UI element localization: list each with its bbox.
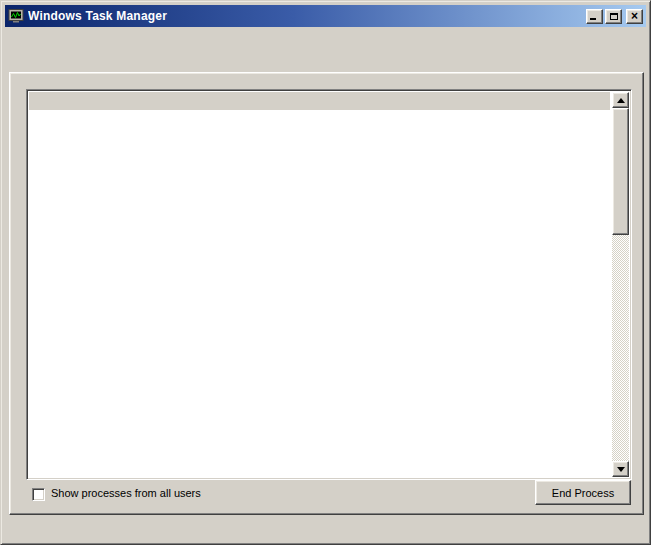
list-body [29, 110, 610, 477]
task-manager-window: Windows Task Manager × Show pr [0, 0, 651, 545]
minimize-button[interactable] [586, 9, 603, 24]
process-list-main [29, 92, 610, 477]
scroll-down-button[interactable] [612, 461, 629, 477]
minimize-icon [590, 18, 596, 20]
list-header [29, 92, 610, 110]
process-list [26, 89, 632, 480]
task-manager-icon [8, 8, 24, 24]
window-title: Windows Task Manager [28, 9, 586, 23]
tab-strip [9, 51, 642, 73]
arrow-down-icon [617, 467, 625, 472]
title-bar[interactable]: Windows Task Manager × [5, 5, 646, 27]
close-button[interactable]: × [626, 9, 643, 24]
show-all-users-checkbox[interactable] [32, 488, 45, 501]
scrollbar-thumb[interactable] [612, 108, 629, 235]
vertical-scrollbar[interactable] [612, 92, 629, 477]
scrollbar-track[interactable] [612, 108, 629, 461]
scroll-up-button[interactable] [612, 92, 629, 108]
processes-tab-page: Show processes from all users End Proces… [9, 72, 644, 515]
show-all-users-label: Show processes from all users [51, 487, 201, 499]
status-bar [3, 521, 648, 542]
maximize-icon [610, 13, 618, 20]
window-controls: × [586, 9, 643, 24]
arrow-up-icon [617, 98, 625, 103]
maximize-button[interactable] [605, 9, 622, 24]
menu-bar [6, 29, 645, 47]
end-process-button[interactable]: End Process [535, 480, 631, 505]
close-icon: × [631, 11, 638, 21]
